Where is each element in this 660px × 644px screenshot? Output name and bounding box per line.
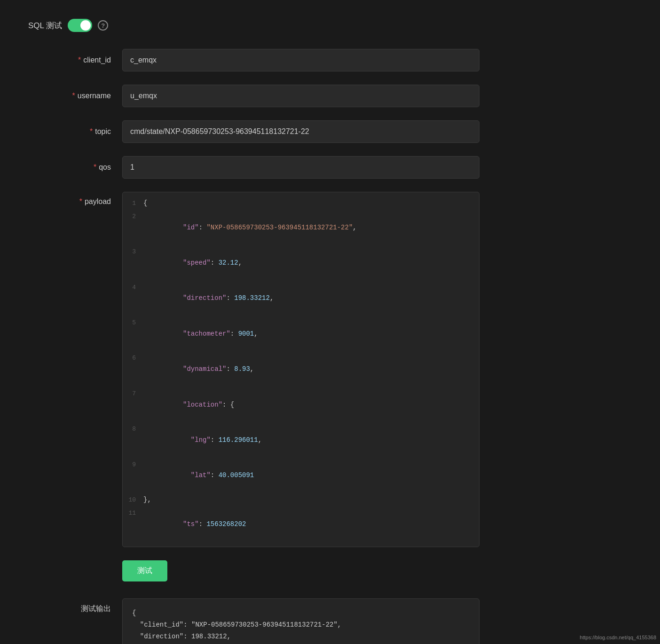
qos-input[interactable] [122,156,479,179]
test-button-row: 测试 [28,560,632,581]
test-button[interactable]: 测试 [122,560,167,581]
client-id-label: *client_id [28,56,122,64]
qos-row: *qos [28,156,632,179]
code-line-7: 7 "location": { [123,387,479,423]
output-row: 测试输出 { "client_id": "NXP-058659730253-96… [28,598,632,644]
code-line-9: 9 "lat": 40.005091 [123,458,479,494]
output-line-1: { [132,607,470,619]
output-line-3: "direction": 198.33212, [132,631,470,643]
sql-test-label: SQL 测试 [28,20,62,31]
output-label: 测试输出 [28,598,122,614]
topic-label: *topic [28,127,122,136]
topic-required-star: * [90,127,93,135]
help-icon[interactable]: ? [98,20,108,31]
code-line-3: 3 "speed": 32.12, [123,245,479,281]
client-id-required-star: * [78,56,81,64]
sql-test-row: SQL 测试 ? [28,19,632,32]
code-line-6: 6 "dynamical": 8.93, [123,352,479,387]
username-label: *username [28,92,122,100]
payload-label: *payload [28,192,122,206]
client-id-input[interactable] [122,49,479,71]
qos-label: *qos [28,163,122,172]
topic-row: *topic [28,120,632,143]
code-line-2: 2 "id": "NXP-058659730253-96394511813272… [123,210,479,245]
username-input[interactable] [122,85,479,107]
username-row: *username [28,85,632,107]
username-required-star: * [72,92,75,100]
code-line-5: 5 "tachometer": 9001, [123,316,479,352]
topic-input[interactable] [122,120,479,143]
code-line-4: 4 "direction": 198.33212, [123,281,479,316]
payload-required-star: * [79,197,82,205]
code-line-11: 11 "ts": 1563268202 [123,507,479,542]
code-line-10: 10 }, [123,494,479,507]
qos-required-star: * [94,163,96,171]
sql-test-toggle[interactable] [68,19,92,32]
url-hint: https://blog.csdn.net/qq_4155368 [580,635,656,640]
payload-editor[interactable]: 1 { 2 "id": "NXP-058659730253-9639451181… [122,192,479,547]
code-lines: 1 { 2 "id": "NXP-058659730253-9639451181… [123,192,479,547]
payload-row: *payload 1 { 2 "id": "NXP-058659730253-9… [28,192,632,547]
client-id-row: *client_id [28,49,632,71]
code-line-8: 8 "lng": 116.296011, [123,423,479,458]
output-box: { "client_id": "NXP-058659730253-9639451… [122,598,479,644]
toggle-thumb [80,20,91,31]
code-line-1: 1 { [123,197,479,210]
output-line-2: "client_id": "NXP-058659730253-963945118… [132,619,470,631]
